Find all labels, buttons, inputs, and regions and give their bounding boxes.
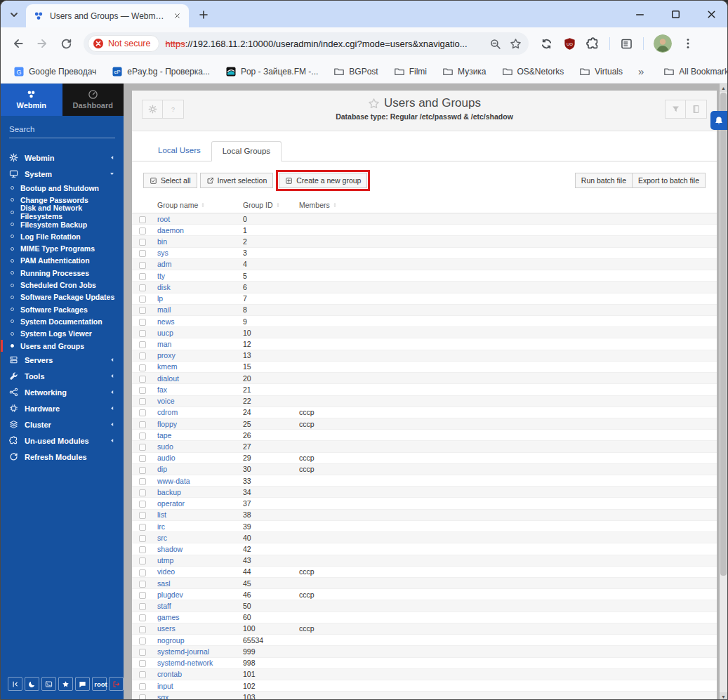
help-button[interactable]: ?	[163, 100, 184, 119]
tab-search-button[interactable]	[5, 6, 23, 24]
tab-local-users[interactable]: Local Users	[147, 141, 211, 161]
group-name-link[interactable]: systemd-network	[157, 659, 213, 667]
logout-button[interactable]	[109, 677, 124, 691]
sidebar-category-tools[interactable]: Tools	[1, 368, 124, 384]
row-checkbox[interactable]	[139, 352, 146, 359]
scroll-down-arrow[interactable]: ▼	[720, 692, 727, 700]
row-checkbox[interactable]	[139, 227, 146, 235]
group-name-link[interactable]: bin	[157, 237, 167, 246]
group-name-link[interactable]: tape	[157, 431, 171, 440]
sidebar-category-system[interactable]: System	[1, 166, 124, 182]
sidebar-category-refresh-modules[interactable]: Refresh Modules	[1, 449, 124, 465]
group-name-link[interactable]: root	[157, 215, 170, 223]
bookmark-[interactable]: Музика	[437, 63, 492, 80]
close-window-button[interactable]	[706, 8, 717, 20]
row-checkbox[interactable]	[139, 660, 146, 667]
sidebar-tab-webmin[interactable]: Webmin	[1, 84, 62, 116]
row-checkbox[interactable]	[139, 296, 146, 303]
group-name-link[interactable]: adm	[157, 260, 171, 268]
sidebar-category-servers[interactable]: Servers	[1, 352, 124, 368]
sidebar-item-running-processes[interactable]: Running Processes	[1, 267, 124, 279]
invert-selection-button[interactable]: Invert selection	[200, 173, 274, 188]
column-group-id[interactable]: Group ID	[241, 198, 298, 213]
zoom-out-icon[interactable]	[489, 38, 501, 50]
minimize-button[interactable]	[634, 8, 646, 20]
favorites-button[interactable]	[58, 677, 73, 691]
row-checkbox[interactable]	[139, 432, 146, 440]
feedback-button[interactable]	[75, 677, 90, 691]
group-name-link[interactable]: video	[157, 567, 175, 576]
sidebar-item-bootup-and-shutdown[interactable]: Bootup and Shutdown	[1, 182, 124, 194]
logged-user-button[interactable]: root	[92, 677, 107, 691]
row-checkbox[interactable]	[139, 262, 146, 269]
row-checkbox[interactable]	[139, 387, 146, 394]
row-checkbox[interactable]	[139, 569, 146, 576]
row-checkbox[interactable]	[139, 603, 146, 610]
row-checkbox[interactable]	[139, 626, 146, 633]
bookmark-virtuals[interactable]: Virtuals	[574, 63, 628, 80]
group-name-link[interactable]: sudo	[157, 442, 173, 451]
group-name-link[interactable]: lp	[157, 294, 163, 303]
row-checkbox[interactable]	[139, 524, 146, 531]
group-name-link[interactable]: backup	[157, 488, 181, 496]
sidebar-category-networking[interactable]: Networking	[1, 384, 124, 400]
row-checkbox[interactable]	[139, 364, 146, 371]
sidebar-category-webmin[interactable]: Webmin	[1, 150, 124, 166]
profile-avatar[interactable]	[654, 34, 672, 53]
sidebar-item-disk-and-network-filesystems[interactable]: Disk and Network Filesystems	[1, 206, 124, 218]
row-checkbox[interactable]	[139, 398, 146, 405]
row-checkbox[interactable]	[139, 250, 146, 257]
sidebar-category-hardware[interactable]: Hardware	[1, 400, 124, 416]
bookmark-google[interactable]: GGoogle Преводач	[8, 63, 102, 80]
row-checkbox[interactable]	[139, 273, 146, 280]
row-checkbox[interactable]	[139, 421, 146, 428]
group-name-link[interactable]: nogroup	[157, 636, 185, 645]
group-name-link[interactable]: sasl	[157, 579, 171, 588]
group-name-link[interactable]: operator	[157, 499, 185, 508]
page-scrollbar[interactable]: ▲ ▼	[720, 84, 727, 700]
bookmark-os-netorks[interactable]: OS&Netorks	[496, 63, 570, 80]
address-bar[interactable]: Not secure https://192.168.11.2:10000/us…	[84, 32, 529, 55]
create-new-group-button[interactable]: Create a new group	[279, 173, 367, 188]
row-checkbox[interactable]	[139, 376, 146, 383]
tab-local-groups[interactable]: Local Groups	[211, 141, 282, 161]
sync-extension-icon[interactable]	[540, 37, 553, 51]
row-checkbox[interactable]	[139, 535, 146, 542]
run-batch-file-button[interactable]: Run batch file	[575, 173, 633, 188]
not-secure-chip[interactable]: Not secure	[88, 35, 159, 52]
group-name-link[interactable]: audio	[157, 454, 176, 462]
row-checkbox[interactable]	[139, 512, 146, 519]
group-name-link[interactable]: systemd-journal	[157, 647, 209, 656]
row-checkbox[interactable]	[139, 467, 146, 474]
group-name-link[interactable]: floppy	[157, 420, 177, 428]
group-name-link[interactable]: proxy	[157, 351, 176, 359]
extensions-puzzle-icon[interactable]	[586, 37, 600, 51]
row-checkbox[interactable]	[139, 478, 146, 485]
row-checkbox[interactable]	[139, 557, 146, 564]
group-name-link[interactable]: utmp	[157, 556, 173, 564]
group-name-link[interactable]: sgx	[157, 693, 168, 700]
group-name-link[interactable]: uucp	[157, 329, 173, 337]
sidebar-category-cluster[interactable]: Cluster	[1, 416, 124, 432]
group-name-link[interactable]: staff	[157, 602, 171, 610]
group-name-link[interactable]: sys	[157, 249, 168, 257]
shell-console-button[interactable]	[41, 677, 56, 691]
group-name-link[interactable]: man	[157, 340, 171, 348]
bookmark-star-icon[interactable]	[510, 38, 522, 50]
group-name-link[interactable]: src	[157, 534, 167, 542]
row-checkbox[interactable]	[139, 694, 146, 700]
group-name-link[interactable]: dip	[157, 465, 167, 473]
back-button[interactable]	[8, 33, 29, 54]
row-checkbox[interactable]	[139, 501, 146, 508]
row-checkbox[interactable]	[139, 455, 146, 462]
group-name-link[interactable]: crontab	[157, 670, 182, 678]
sidebar-item-system-documentation[interactable]: System Documentation	[1, 315, 124, 327]
sidebar-tab-dashboard[interactable]: Dashboard	[62, 84, 124, 116]
row-checkbox[interactable]	[139, 239, 146, 246]
filter-button[interactable]	[665, 100, 686, 119]
bookmark-filmi[interactable]: Filmi	[388, 63, 432, 80]
notifications-tab[interactable]	[710, 111, 727, 130]
row-checkbox[interactable]	[139, 546, 146, 553]
group-name-link[interactable]: users	[157, 624, 176, 633]
group-name-link[interactable]: input	[157, 682, 173, 690]
